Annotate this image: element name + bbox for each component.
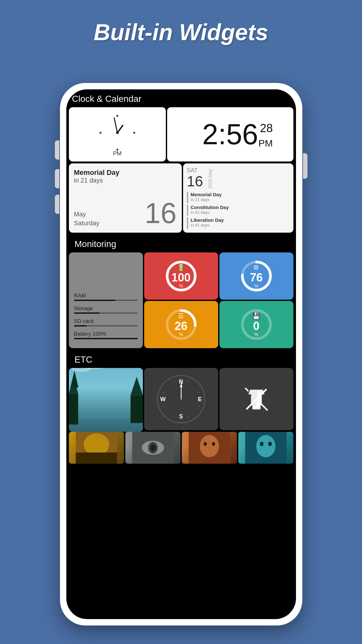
compass-widget[interactable]: N S E W — [144, 368, 218, 430]
etc-section: ETC — [66, 350, 296, 464]
calendar-right-header: SAT 16 2020 May — [187, 167, 290, 189]
battery-circle-widget[interactable]: 🔋 100 % — [144, 252, 218, 300]
svg-line-29 — [174, 380, 174, 382]
photo-row — [69, 432, 293, 464]
cpu-icon: ⚙ — [250, 264, 262, 271]
ram-bar-fill — [74, 300, 115, 301]
etc-header: ETC — [69, 350, 293, 368]
compass-face: N S E W — [157, 375, 205, 423]
svg-line-33 — [162, 392, 164, 393]
svg-point-1 — [116, 149, 118, 151]
sd-icon: 💾 — [252, 312, 260, 320]
compass-east: E — [198, 396, 202, 402]
screen-content[interactable]: Clock & Calendar — [66, 89, 296, 619]
analog-clock-widget[interactable]: PM — [69, 107, 166, 161]
etc-grid: N S E W — [69, 368, 293, 432]
calendar-left-widget[interactable]: Memorial Day in 21 days May Saturday 16 — [69, 163, 182, 233]
clock-svg — [97, 112, 138, 154]
calendar-event-name: Memorial Day in 21 days — [74, 168, 177, 187]
battery-icon: 🔋 — [171, 264, 190, 271]
svg-point-53 — [150, 445, 155, 451]
landscape-widget[interactable] — [69, 368, 143, 432]
storage-bar-fill — [74, 312, 100, 314]
digital-seconds: 28 — [260, 123, 273, 134]
svg-rect-49 — [76, 453, 117, 464]
svg-line-30 — [188, 416, 188, 418]
calendar-month-day: May Saturday — [74, 210, 100, 228]
svg-rect-20 — [69, 394, 78, 425]
svg-line-31 — [162, 406, 164, 406]
svg-point-48 — [84, 433, 109, 456]
flashlight-widget[interactable] — [219, 368, 293, 430]
storage-meter: Storage — [74, 305, 138, 318]
svg-rect-23 — [130, 395, 143, 423]
photo-thumb-1[interactable] — [69, 432, 124, 464]
clock-face — [97, 112, 138, 154]
calendar-year-month: 2020 May — [208, 169, 213, 189]
page-title: Built-in Widgets — [0, 0, 362, 58]
ram-icon: ☰ — [174, 312, 187, 320]
svg-point-3 — [100, 132, 101, 134]
svg-point-60 — [260, 442, 263, 446]
svg-point-61 — [268, 442, 272, 446]
digital-hours: 2:56 — [202, 118, 258, 150]
calendar-events-list: Memorial Day in 21 days Constitution Day… — [187, 192, 290, 229]
svg-point-2 — [133, 132, 135, 134]
svg-point-56 — [203, 442, 207, 446]
event-bar-3 — [187, 217, 188, 229]
calendar-right-widget[interactable]: SAT 16 2020 May — [183, 163, 293, 233]
svg-point-55 — [200, 435, 219, 457]
svg-line-5 — [114, 118, 117, 133]
compass-west: W — [160, 396, 166, 402]
event-bar-1 — [187, 192, 188, 203]
battery-bar-fill — [74, 338, 138, 339]
phone-screen: Clock & Calendar — [66, 89, 296, 619]
landscape-image — [69, 368, 143, 432]
photo-thumb-3[interactable] — [182, 432, 237, 464]
clock-row: PM 2:56 28 PM — [66, 107, 296, 163]
svg-point-59 — [256, 435, 275, 457]
calendar-date-info: May Saturday 16 — [74, 199, 177, 228]
svg-line-4 — [117, 125, 123, 133]
compass-south: S — [179, 413, 183, 420]
digital-time: 2:56 28 PM — [202, 120, 258, 149]
clock-calendar-header: Clock & Calendar — [66, 89, 296, 107]
cpu-circle-widget[interactable]: ⚙ 76 % — [219, 252, 293, 300]
svg-line-34 — [198, 406, 200, 406]
monitoring-header: Monitoring — [69, 235, 293, 252]
page-background: Built-in Widgets Clock & Calendar — [0, 0, 362, 644]
svg-line-32 — [198, 392, 200, 393]
calendar-big-date: 16 — [144, 199, 176, 228]
list-item: Liberation Day in 91 days — [187, 217, 290, 229]
ram-meter: RAM — [74, 293, 138, 305]
event-bar-2 — [187, 205, 188, 216]
monitoring-grid: RAM Storage — [69, 252, 293, 348]
photo-thumb-4[interactable] — [238, 432, 293, 464]
landscape-svg — [69, 368, 143, 432]
monitoring-section: Monitoring RAM Storage — [66, 235, 296, 350]
compass-north: N — [179, 378, 183, 385]
battery-meter: Battery 100% — [74, 331, 138, 344]
list-item: Memorial Day in 21 days — [187, 192, 290, 203]
svg-point-0 — [116, 115, 118, 117]
svg-point-57 — [212, 442, 215, 446]
sdcard-meter: SD card — [74, 318, 138, 331]
sdcard-bar-fill — [74, 325, 87, 326]
flashlight-icon — [242, 385, 271, 414]
photo-thumb-2[interactable] — [125, 432, 181, 464]
phone-frame: Clock & Calendar — [60, 83, 302, 625]
sd-circle-widget[interactable]: 💾 0 % — [219, 301, 293, 348]
digital-period: PM — [258, 139, 273, 148]
monitoring-bars-widget[interactable]: RAM Storage — [69, 252, 143, 348]
svg-point-6 — [116, 131, 119, 134]
svg-line-35 — [174, 416, 174, 418]
ram-circle-widget[interactable]: ☰ 26 % — [144, 301, 218, 348]
svg-line-36 — [188, 380, 188, 382]
svg-rect-45 — [252, 406, 261, 409]
calendar-row: Memorial Day in 21 days May Saturday 16 — [66, 163, 296, 235]
digital-clock-widget[interactable]: 2:56 28 PM — [167, 107, 293, 161]
list-item: Constitution Day in 62 days — [187, 205, 290, 216]
